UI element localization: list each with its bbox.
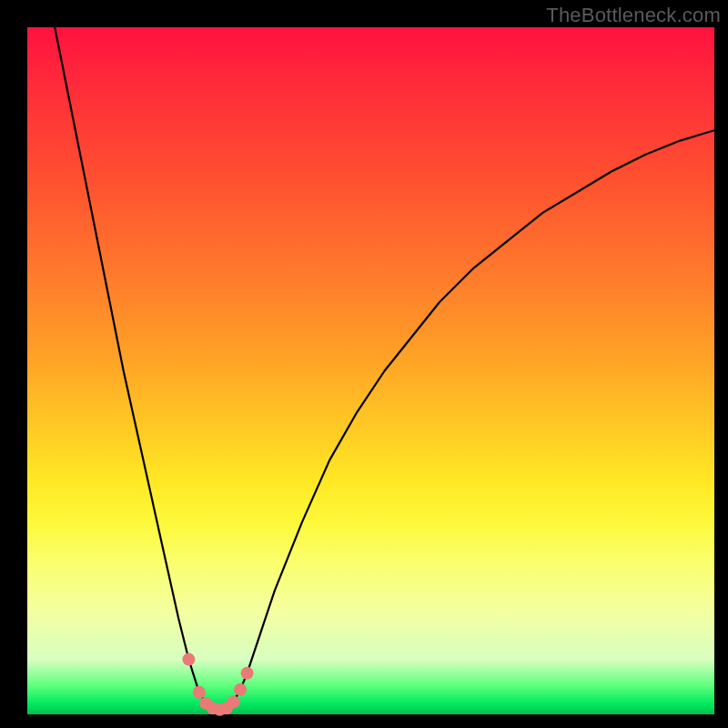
bottleneck-curve-svg [27, 27, 714, 714]
curve-marker-dot [182, 653, 195, 666]
curve-marker-dot [228, 695, 240, 708]
chart-frame: TheBottleneck.com [0, 0, 728, 728]
watermark-text: TheBottleneck.com [546, 4, 721, 27]
bottleneck-curve-line [55, 27, 714, 710]
curve-marker-dot [241, 667, 254, 680]
curve-marker-dot [193, 686, 206, 699]
curve-minimum-markers [182, 653, 253, 716]
curve-marker-dot [234, 683, 247, 696]
